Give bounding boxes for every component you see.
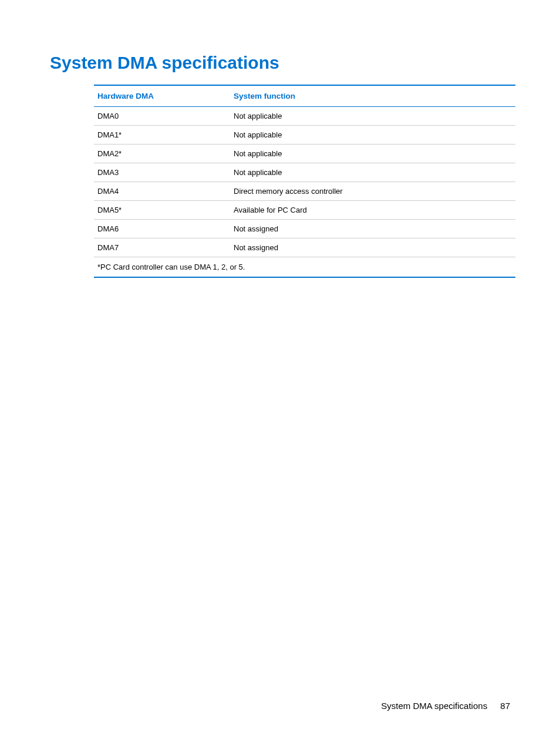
table-header-row: Hardware DMA System function <box>94 85 515 107</box>
cell-hardware: DMA6 <box>94 220 230 238</box>
header-hardware-dma: Hardware DMA <box>94 85 230 107</box>
table-row: DMA5* Available for PC Card <box>94 201 515 220</box>
cell-hardware: DMA4 <box>94 182 230 201</box>
cell-function: Not applicable <box>230 145 515 163</box>
table-row: DMA6 Not assigned <box>94 220 515 238</box>
table-row: DMA7 Not assigned <box>94 238 515 257</box>
dma-table: Hardware DMA System function DMA0 Not ap… <box>94 85 515 278</box>
header-system-function: System function <box>230 85 515 107</box>
table-row: DMA3 Not applicable <box>94 163 515 182</box>
cell-hardware: DMA3 <box>94 163 230 182</box>
cell-function: Direct memory access controller <box>230 182 515 201</box>
footer-page-number: 87 <box>500 701 510 711</box>
cell-function: Available for PC Card <box>230 201 515 220</box>
table-row: DMA1* Not applicable <box>94 126 515 145</box>
table-row: DMA0 Not applicable <box>94 107 515 126</box>
cell-function: Not applicable <box>230 163 515 182</box>
table-footnote-row: *PC Card controller can use DMA 1, 2, or… <box>94 257 515 278</box>
footer-section-label: System DMA specifications <box>381 701 487 711</box>
cell-function: Not assigned <box>230 220 515 238</box>
cell-hardware: DMA1* <box>94 126 230 145</box>
table-row: DMA4 Direct memory access controller <box>94 182 515 201</box>
cell-function: Not applicable <box>230 126 515 145</box>
cell-function: Not assigned <box>230 238 515 257</box>
table-row: DMA2* Not applicable <box>94 145 515 163</box>
page-title: System DMA specifications <box>50 53 510 73</box>
page-footer: System DMA specifications 87 <box>381 701 510 711</box>
table-footnote: *PC Card controller can use DMA 1, 2, or… <box>94 257 515 278</box>
cell-function: Not applicable <box>230 107 515 126</box>
dma-table-container: Hardware DMA System function DMA0 Not ap… <box>94 85 515 278</box>
cell-hardware: DMA2* <box>94 145 230 163</box>
cell-hardware: DMA0 <box>94 107 230 126</box>
cell-hardware: DMA5* <box>94 201 230 220</box>
cell-hardware: DMA7 <box>94 238 230 257</box>
